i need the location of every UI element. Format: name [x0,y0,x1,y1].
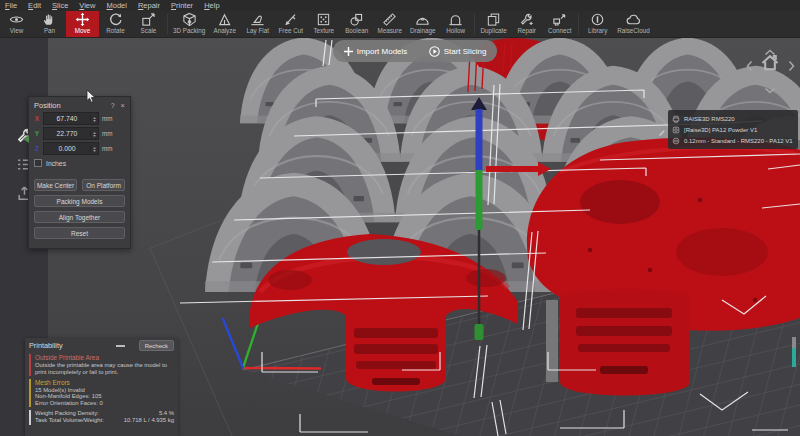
main-toolbar: View Pan Move Rotate Scale 3D Packing An… [0,11,800,38]
toolbar-duplicate[interactable]: Duplicate [477,11,510,37]
toolbar-hollow[interactable]: Hollow [439,11,472,37]
home-view-button[interactable] [759,52,781,78]
layers-icon [672,137,680,145]
menu-slice[interactable]: Slice [52,1,68,10]
reset-button[interactable]: Reset [34,227,125,239]
toolbar-3d-packing[interactable]: 3D Packing [170,11,208,37]
x-input[interactable]: 67.740 ▲▼ [43,112,99,125]
z-unit: mm [102,145,113,152]
toolbar-rotate[interactable]: Rotate [99,11,132,37]
filament-row: [Raise3D] PA12 Powder V1 [672,124,794,135]
menu-repair[interactable]: Repair [138,1,160,10]
menu-printer[interactable]: Printer [171,1,193,10]
lay-flat-icon [250,12,265,27]
align-together-button[interactable]: Align Together [34,211,125,223]
import-models-label: Import Models [357,47,408,56]
position-panel: Position ? × X 67.740 ▲▼ mm Y 22.770 ▲▼ … [28,96,131,249]
printability-title: Printability [29,341,116,350]
y-input[interactable]: 22.770 ▲▼ [43,127,99,140]
collapse-handle[interactable] [116,345,125,347]
zoom-indicator[interactable] [792,337,796,367]
warning-body: Outside the printable area may cause the… [35,362,174,376]
packing-models-button[interactable]: Packing Models [34,195,125,207]
toolbar-pan[interactable]: Pan [33,11,66,37]
y-axis-label: Y [34,130,40,137]
make-center-button[interactable]: Make Center [34,179,77,191]
menu-view[interactable]: View [79,1,95,10]
toolbar-library[interactable]: Library [581,11,614,37]
raisecloud-icon [626,12,641,27]
filament-name: [Raise3D] PA12 Powder V1 [684,127,757,133]
toolbar-label: 3D Packing [173,27,205,34]
view-nav-cluster [744,42,798,88]
printability-panel: Printability Recheck Outside Printable A… [25,338,178,436]
toolbar-scale[interactable]: Scale [132,11,165,37]
stat-row: Task Total Volume/Weight: 10.718 L / 4.9… [35,417,174,425]
y-value: 22.770 [44,130,90,137]
rotate-right-button[interactable] [788,58,795,76]
plus-icon [344,47,353,56]
toolbar-analyze[interactable]: Analyze [208,11,241,37]
hollow-icon [448,12,463,27]
boolean-icon [349,12,364,27]
toolbar-measure[interactable]: Measure [373,11,406,37]
on-platform-button[interactable]: On Platform [82,179,125,191]
menu-edit[interactable]: Edit [28,1,41,10]
inches-checkbox[interactable] [34,159,42,167]
stat-label: Weight Packing Density: [35,410,99,418]
toolbar-label: View [10,27,24,34]
toolbar-label: Free Cut [278,27,303,34]
toolbar-move[interactable]: Move [66,11,99,37]
z-input[interactable]: 0.000 ▲▼ [43,142,99,155]
toolbar-label: Hollow [446,27,465,34]
toolbar-view[interactable]: View [0,11,33,37]
toolbar-label: Texture [313,27,334,34]
toolbar-label: Repair [517,27,536,34]
stat-row: Weight Packing Density: 5.4 % [35,410,174,418]
toolbar-drainage[interactable]: Drainage [406,11,439,37]
mesh-errors-title: Mesh Errors [35,379,174,387]
toolbar-connect[interactable]: Connect [543,11,576,37]
toolbar-lay-flat[interactable]: Lay Flat [241,11,274,37]
toolbar-free-cut[interactable]: Free Cut [274,11,307,37]
analyze-icon [217,12,232,27]
stat-label: Task Total Volume/Weight: [35,417,104,425]
start-slicing-button[interactable]: Start Slicing [429,46,487,57]
toolbar-texture[interactable]: Texture [307,11,340,37]
warning-title: Outside Printable Area [35,354,174,362]
import-models-button[interactable]: Import Models [344,47,408,56]
menu-model[interactable]: Model [106,1,126,10]
close-button[interactable]: × [121,101,125,110]
x-spinner[interactable]: ▲▼ [90,116,98,122]
template-row: 0.12mm - Standard - RMS220 - PA12 V1 [672,135,794,146]
mesh-error-line: Error Orientation Faces: 0 [35,400,174,407]
toolbar-label: Analyze [214,27,236,34]
help-button[interactable]: ? [111,102,115,109]
play-icon [429,46,440,57]
y-spinner[interactable]: ▲▼ [90,131,98,137]
toolbar-label: Measure [377,27,402,34]
toolbar-label: Duplicate [481,27,507,34]
stat-value: 10.718 L / 4.935 kg [124,417,174,425]
recheck-button[interactable]: Recheck [139,340,174,351]
edit-icon[interactable] [658,123,666,141]
toolbar-boolean[interactable]: Boolean [340,11,373,37]
rotate-down-button[interactable] [764,80,776,98]
duplicate-icon [486,12,501,27]
x-axis [243,368,320,369]
y-unit: mm [102,130,113,137]
outside-area-warning: Outside Printable Area Outside the print… [29,354,174,376]
menu-file[interactable]: File [5,1,17,10]
toolbar-label: Drainage [410,27,436,34]
toolbar-separator [167,14,168,34]
free-cut-icon [283,12,298,27]
zoom-indicator-track [792,337,796,348]
toolbar-raisecloud[interactable]: RaiseCloud [614,11,653,37]
menu-help[interactable]: Help [204,1,219,10]
x-value: 67.740 [44,115,90,122]
rotate-left-button[interactable] [746,58,753,76]
z-spinner[interactable]: ▲▼ [90,146,98,152]
print-settings-summary[interactable]: RAISE3D RMS220 [Raise3D] PA12 Powder V1 … [668,110,798,149]
mesh-error-line: Non-Manifold Edges: 105 [35,393,174,400]
toolbar-repair[interactable]: Repair [510,11,543,37]
